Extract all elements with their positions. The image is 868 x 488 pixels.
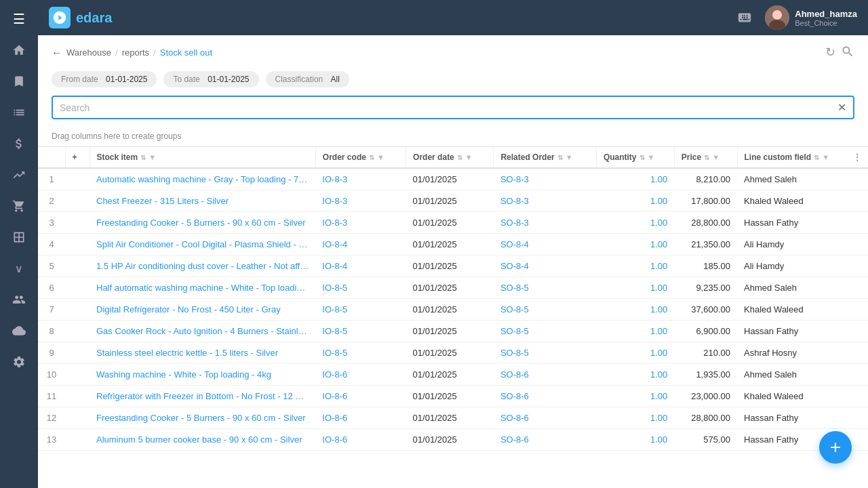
row-spacer xyxy=(65,321,90,342)
row-spacer xyxy=(65,277,90,299)
sidebar-item-menu[interactable]: ☰ xyxy=(5,5,33,33)
row-quantity: 1.00 xyxy=(596,299,674,321)
col-related-order[interactable]: Related Order ⇅ ▼ xyxy=(494,147,597,168)
row-stock-item[interactable]: 1.5 HP Air conditioning dust cover - Lea… xyxy=(90,256,315,277)
sidebar-item-settings[interactable] xyxy=(5,348,33,375)
row-price: 28,800.00 xyxy=(674,212,737,234)
svg-point-1 xyxy=(772,10,782,20)
breadcrumb: ← Warehouse / reports / Stock sell out xyxy=(52,47,212,59)
row-quantity: 1.00 xyxy=(596,212,674,234)
row-stock-item[interactable]: Split Air Conditioner - Cool Digital - P… xyxy=(90,234,315,256)
row-order-code: IO-8-6 xyxy=(315,407,406,429)
row-quantity: 1.00 xyxy=(596,342,674,364)
search-input[interactable] xyxy=(60,102,837,113)
fab-add-button[interactable]: + xyxy=(819,431,852,464)
row-price: 210.00 xyxy=(674,342,737,364)
row-stock-item[interactable]: Gas Cooker Rock - Auto Ignition - 4 Burn… xyxy=(90,321,315,342)
row-related-order: SO-8-6 xyxy=(494,429,597,451)
row-stock-item[interactable]: Digital Refrigerator - No Frost - 450 Li… xyxy=(90,299,315,321)
row-stock-item[interactable]: Freestanding Cooker - 5 Burners - 90 x 6… xyxy=(90,212,315,234)
table-row[interactable]: 12 Freestanding Cooker - 5 Burners - 90 … xyxy=(38,407,868,429)
row-spacer xyxy=(65,212,90,234)
row-order-date: 01/01/2025 xyxy=(406,386,494,407)
quantity-filter-icon[interactable]: ▼ xyxy=(648,153,655,161)
col-stock-item[interactable]: Stock item ⇅ ▼ xyxy=(90,147,315,168)
row-stock-item[interactable]: Half automatic washing machine - White -… xyxy=(90,277,315,299)
sidebar-item-collapse[interactable]: ∨ xyxy=(5,255,33,282)
row-related-order: SO-8-6 xyxy=(494,364,597,386)
row-stock-item[interactable]: Stainless steel electric kettle - 1.5 li… xyxy=(90,342,315,364)
row-order-date: 01/01/2025 xyxy=(406,429,494,451)
row-quantity: 1.00 xyxy=(596,190,674,212)
table-row[interactable]: 6 Half automatic washing machine - White… xyxy=(38,277,868,299)
row-related-order: SO-8-5 xyxy=(494,342,597,364)
order-date-filter-icon[interactable]: ▼ xyxy=(465,153,473,161)
table-row[interactable]: 5 1.5 HP Air conditioning dust cover - L… xyxy=(38,256,868,277)
table-row[interactable]: 8 Gas Cooker Rock - Auto Ignition - 4 Bu… xyxy=(38,321,868,342)
sidebar-item-table[interactable] xyxy=(5,224,33,251)
table-row[interactable]: 2 Chest Freezer - 315 Liters - Silver IO… xyxy=(38,190,868,212)
row-stock-item[interactable]: Freestanding Cooker - 5 Burners - 90 x 6… xyxy=(90,407,315,429)
row-related-order: SO-8-3 xyxy=(494,168,597,190)
keyboard-button[interactable] xyxy=(732,5,757,30)
sidebar-item-home[interactable] xyxy=(5,37,33,64)
row-stock-item[interactable]: Washing machine - White - Top loading - … xyxy=(90,364,315,386)
col-add[interactable]: + xyxy=(65,147,90,168)
table-body: 1 Automatic washing machine - Gray - Top… xyxy=(38,168,868,451)
row-stock-item[interactable]: Automatic washing machine - Gray - Top l… xyxy=(90,168,315,190)
col-price[interactable]: Price ⇅ ▼ xyxy=(674,147,737,168)
sidebar-item-finance[interactable] xyxy=(5,130,33,157)
table-row[interactable]: 10 Washing machine - White - Top loading… xyxy=(38,364,868,386)
row-related-order: SO-8-5 xyxy=(494,321,597,342)
row-price: 28,800.00 xyxy=(674,407,737,429)
related-order-filter-icon[interactable]: ▼ xyxy=(566,153,573,161)
table-row[interactable]: 9 Stainless steel electric kettle - 1.5 … xyxy=(38,342,868,364)
row-quantity: 1.00 xyxy=(596,321,674,342)
stock-item-filter-icon[interactable]: ▼ xyxy=(149,153,156,161)
filter-to-date[interactable]: To date 01-01-2025 xyxy=(163,71,258,87)
col-order-date[interactable]: Order date ⇅ ▼ xyxy=(406,147,494,168)
table-row[interactable]: 11 Refrigerator with Freezer in Bottom -… xyxy=(38,386,868,407)
refresh-button[interactable]: ↻ xyxy=(825,45,835,60)
row-stock-item[interactable]: Refrigerator with Freezer in Bottom - No… xyxy=(90,386,315,407)
sidebar-item-analytics[interactable] xyxy=(5,161,33,188)
order-code-filter-icon[interactable]: ▼ xyxy=(377,153,384,161)
search-clear-button[interactable]: ✕ xyxy=(837,101,846,114)
sidebar-item-cloud[interactable] xyxy=(5,317,33,344)
row-order-date: 01/01/2025 xyxy=(406,190,494,212)
search-container: ✕ xyxy=(38,96,868,126)
row-order-code: IO-8-3 xyxy=(315,212,406,234)
back-icon[interactable]: ← xyxy=(52,47,62,59)
col-quantity[interactable]: Quantity ⇅ ▼ xyxy=(596,147,674,168)
price-filter-icon[interactable]: ▼ xyxy=(712,153,719,161)
row-spacer xyxy=(65,429,90,451)
row-order-code: IO-8-6 xyxy=(315,386,406,407)
breadcrumb-warehouse[interactable]: Warehouse xyxy=(66,47,111,58)
col-order-code[interactable]: Order code ⇅ ▼ xyxy=(315,147,406,168)
row-line-custom-field: Khaled Waleed xyxy=(737,190,868,212)
breadcrumb-reports[interactable]: reports xyxy=(122,47,149,58)
lcf-filter-icon[interactable]: ▼ xyxy=(822,153,829,161)
table-row[interactable]: 4 Split Air Conditioner - Cool Digital -… xyxy=(38,234,868,256)
table-row[interactable]: 1 Automatic washing machine - Gray - Top… xyxy=(38,168,868,190)
lcf-more-icon[interactable]: ⋮ xyxy=(853,152,861,162)
breadcrumb-sep1: / xyxy=(115,47,118,58)
filter-from-date[interactable]: From date 01-01-2025 xyxy=(52,71,157,87)
table-row[interactable]: 13 Aluminum 5 burner cooker base - 90 x … xyxy=(38,429,868,451)
table-header-row: + Stock item ⇅ ▼ Order code ⇅ xyxy=(38,147,868,168)
col-line-custom-field[interactable]: Line custom field ⇅ ▼ ⋮ xyxy=(737,147,868,168)
search-button[interactable] xyxy=(841,45,854,60)
row-stock-item[interactable]: Aluminum 5 burner cooker base - 90 x 60 … xyxy=(90,429,315,451)
row-line-custom-field: Ahmed Saleh xyxy=(737,277,868,299)
row-price: 21,350.00 xyxy=(674,234,737,256)
sidebar-item-bookmarks[interactable] xyxy=(5,68,33,95)
table-row[interactable]: 7 Digital Refrigerator - No Frost - 450 … xyxy=(38,299,868,321)
row-related-order: SO-8-4 xyxy=(494,256,597,277)
filter-classification[interactable]: Classification All xyxy=(266,71,349,87)
app-logo: edara xyxy=(49,7,112,28)
sidebar-item-users[interactable] xyxy=(5,286,33,313)
row-stock-item[interactable]: Chest Freezer - 315 Liters - Silver xyxy=(90,190,315,212)
sidebar-item-shop[interactable] xyxy=(5,192,33,220)
sidebar-item-list[interactable] xyxy=(5,99,33,126)
table-row[interactable]: 3 Freestanding Cooker - 5 Burners - 90 x… xyxy=(38,212,868,234)
